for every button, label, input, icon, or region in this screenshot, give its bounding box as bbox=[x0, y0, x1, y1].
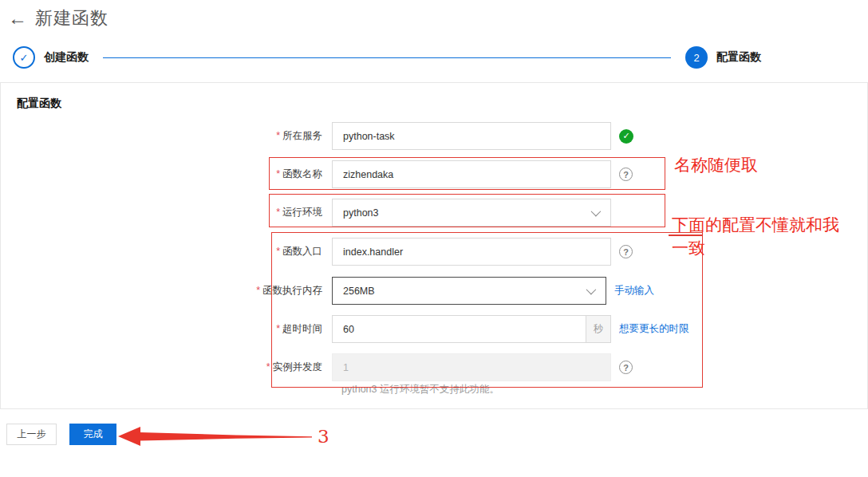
back-icon[interactable]: ← bbox=[8, 9, 27, 28]
manual-input-link[interactable]: 手动输入 bbox=[614, 284, 654, 298]
field-row-concurrency: *实例并发度 ? bbox=[1, 353, 633, 381]
help-icon[interactable]: ? bbox=[619, 168, 633, 181]
annotation-arrow bbox=[116, 426, 314, 448]
previous-step-button[interactable]: 上一步 bbox=[6, 424, 57, 445]
runtime-label: *运行环境 bbox=[1, 206, 332, 219]
field-row-function-name: *函数名称 ? bbox=[1, 160, 633, 188]
longer-timeout-link[interactable]: 想要更长的时限 bbox=[619, 322, 689, 336]
configure-function-panel: 配置函数 *所在服务 ✓ *函数名称 ? *运行环境 python3 *函数入口… bbox=[0, 82, 868, 409]
function-name-label: *函数名称 bbox=[1, 168, 332, 181]
step1-circle: ✓ bbox=[13, 46, 35, 69]
memory-select[interactable]: 256MB bbox=[332, 277, 606, 305]
check-icon: ✓ bbox=[20, 52, 29, 64]
concurrency-note: python3 运行环境暂不支持此功能。 bbox=[341, 383, 499, 396]
required-marker: * bbox=[276, 207, 280, 218]
field-row-timeout: *超时时间 秒 想要更长的时限 bbox=[1, 315, 689, 343]
required-marker: * bbox=[276, 323, 280, 334]
panel-heading: 配置函数 bbox=[17, 97, 61, 111]
field-row-handler: *函数入口 ? bbox=[1, 238, 633, 266]
step2-number: 2 bbox=[693, 52, 699, 64]
page-title: 新建函数 bbox=[35, 6, 108, 30]
step2-label: 配置函数 bbox=[716, 50, 761, 65]
required-marker: * bbox=[276, 130, 280, 141]
finish-button[interactable]: 完成 bbox=[69, 424, 116, 445]
timeout-input[interactable] bbox=[332, 315, 586, 343]
field-row-memory: *函数执行内存 256MB 手动输入 bbox=[1, 277, 654, 305]
runtime-select[interactable]: python3 bbox=[332, 199, 611, 227]
handler-label: *函数入口 bbox=[1, 245, 332, 258]
field-row-service: *所在服务 ✓ bbox=[1, 122, 633, 150]
memory-label: *函数执行内存 bbox=[1, 284, 332, 298]
chevron-down-icon bbox=[591, 207, 602, 217]
required-marker: * bbox=[276, 246, 280, 257]
runtime-select-value: python3 bbox=[343, 207, 378, 219]
service-input[interactable] bbox=[332, 122, 611, 150]
field-row-runtime: *运行环境 python3 bbox=[1, 199, 611, 227]
annotation-step-number: 3 bbox=[318, 426, 329, 447]
chevron-down-icon bbox=[586, 285, 597, 295]
memory-select-value: 256MB bbox=[343, 286, 375, 297]
step2-circle: 2 bbox=[685, 46, 708, 69]
required-marker: * bbox=[276, 168, 280, 179]
function-name-input[interactable] bbox=[332, 160, 611, 188]
required-marker: * bbox=[266, 361, 270, 373]
success-check-icon: ✓ bbox=[619, 129, 633, 144]
service-label: *所在服务 bbox=[1, 129, 332, 143]
required-marker: * bbox=[256, 285, 260, 296]
concurrency-input bbox=[332, 353, 611, 381]
help-icon[interactable]: ? bbox=[619, 361, 633, 374]
timeout-unit-suffix: 秒 bbox=[586, 315, 611, 343]
page-header: ← 新建函数 bbox=[8, 6, 108, 30]
step-connector-line bbox=[103, 57, 671, 58]
concurrency-label: *实例并发度 bbox=[1, 361, 332, 374]
step1-label: 创建函数 bbox=[44, 50, 89, 65]
step-indicator: ✓ 创建函数 2 配置函数 bbox=[13, 45, 761, 69]
timeout-label: *超时时间 bbox=[1, 322, 332, 336]
help-icon[interactable]: ? bbox=[619, 245, 633, 258]
handler-input[interactable] bbox=[332, 238, 611, 266]
